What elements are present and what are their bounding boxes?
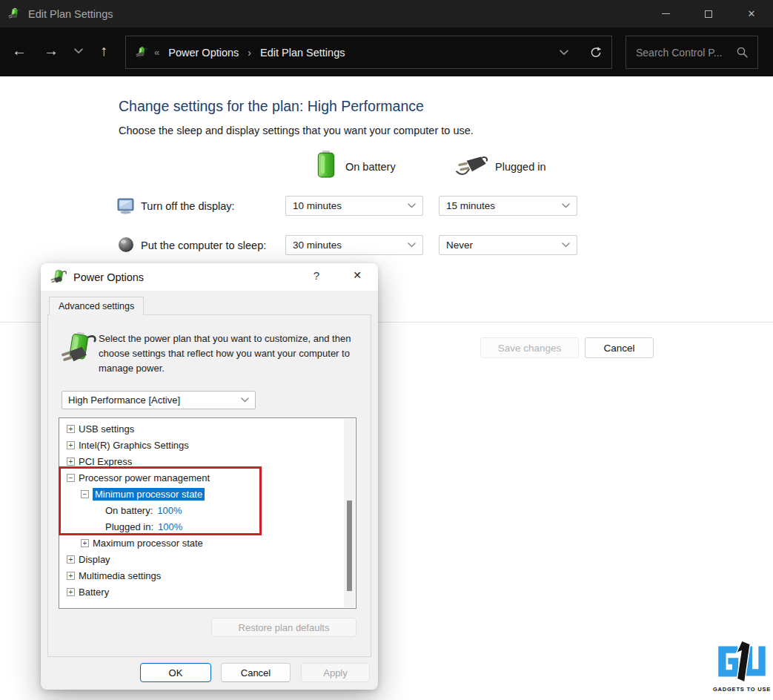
chevron-down-icon bbox=[241, 397, 249, 403]
tree-item-usb-settings[interactable]: + USB settings bbox=[59, 420, 356, 437]
address-battery-icon bbox=[136, 45, 147, 60]
plugged-in-value-link[interactable]: 100% bbox=[158, 521, 182, 532]
tree-item-multimedia-settings[interactable]: + Multimedia settings bbox=[59, 567, 356, 584]
advanced-settings-tree: + USB settings + Intel(R) Graphics Setti… bbox=[59, 417, 356, 609]
battery-plug-icon bbox=[8, 7, 21, 22]
restore-plan-defaults-button[interactable]: Restore plan defaults bbox=[211, 618, 356, 637]
collapse-icon[interactable]: − bbox=[67, 474, 75, 482]
search-placeholder: Search Control P... bbox=[636, 47, 722, 59]
window-title: Edit Plan Settings bbox=[28, 8, 113, 20]
dialog-title: Power Options bbox=[73, 271, 144, 283]
dialog-close-button[interactable]: ✕ bbox=[349, 269, 365, 285]
refresh-icon[interactable] bbox=[589, 46, 603, 59]
search-icon[interactable] bbox=[737, 47, 748, 58]
main-cancel-button[interactable]: Cancel bbox=[585, 337, 654, 358]
tree-scrollbar[interactable] bbox=[344, 419, 355, 607]
selected-tree-label: Minimum processor state bbox=[93, 488, 205, 501]
minimize-button[interactable] bbox=[644, 0, 687, 27]
power-options-dialog: Power Options ? ✕ Advanced settings Sele… bbox=[41, 263, 378, 690]
dialog-cancel-button[interactable]: Cancel bbox=[221, 663, 291, 682]
expand-icon[interactable]: + bbox=[67, 588, 75, 596]
save-changes-button[interactable]: Save changes bbox=[480, 337, 579, 358]
breadcrumb-edit-plan-settings[interactable]: Edit Plan Settings bbox=[260, 47, 345, 59]
chevron-down-icon bbox=[562, 203, 570, 208]
tree-setting-plugged-in: Plugged in: 100% bbox=[59, 518, 356, 535]
page-subtitle: Choose the sleep and display settings th… bbox=[119, 125, 474, 136]
battery-plug-icon bbox=[61, 330, 96, 369]
apply-button[interactable]: Apply bbox=[301, 663, 370, 682]
expand-icon[interactable]: + bbox=[81, 539, 89, 547]
up-icon[interactable]: ↑ bbox=[100, 43, 107, 58]
breadcrumb-separator: › bbox=[248, 47, 251, 59]
breadcrumb-power-options[interactable]: Power Options bbox=[168, 47, 239, 59]
tree-item-minimum-processor-state[interactable]: − Minimum processor state bbox=[59, 486, 356, 502]
tree-item-intel-graphics[interactable]: + Intel(R) Graphics Settings bbox=[59, 437, 356, 453]
back-icon[interactable]: ← bbox=[12, 43, 27, 58]
gadgets-to-use-watermark: GADGETS TO USE bbox=[712, 641, 772, 694]
watermark-caption: GADGETS TO USE bbox=[712, 686, 772, 693]
turn-off-display-label: Turn off the display: bbox=[141, 200, 235, 212]
window-titlebar: Edit Plan Settings ✕ bbox=[0, 0, 773, 27]
on-battery-icon bbox=[317, 151, 335, 178]
sleep-on-battery-select[interactable]: 30 minutes bbox=[285, 235, 423, 255]
tree-setting-on-battery: On battery: 100% bbox=[59, 502, 356, 518]
page-title: Change settings for the plan: High Perfo… bbox=[119, 98, 424, 115]
battery-plug-icon bbox=[50, 268, 67, 286]
maximize-button[interactable] bbox=[687, 0, 730, 27]
breadcrumb-overflow[interactable]: « bbox=[154, 47, 159, 58]
sleep-plugged-in-select[interactable]: Never bbox=[439, 235, 577, 255]
expand-icon[interactable]: + bbox=[67, 441, 75, 449]
expand-icon[interactable]: + bbox=[67, 425, 75, 433]
address-bar[interactable]: « Power Options › Edit Plan Settings bbox=[125, 36, 612, 69]
forward-icon[interactable]: → bbox=[44, 43, 59, 58]
search-input[interactable]: Search Control P... bbox=[626, 36, 758, 69]
sleep-icon bbox=[118, 237, 134, 253]
edit-plan-settings-window: Edit Plan Settings ✕ ← → ↑ « Power Optio… bbox=[0, 0, 773, 700]
chevron-down-icon bbox=[408, 203, 416, 208]
gu-logo-icon bbox=[715, 641, 769, 682]
display-on-battery-select[interactable]: 10 minutes bbox=[285, 196, 423, 216]
tree-item-battery[interactable]: + Battery bbox=[59, 584, 356, 600]
scrollbar-thumb[interactable] bbox=[347, 501, 352, 591]
tab-advanced-settings[interactable]: Advanced settings bbox=[49, 297, 144, 315]
chevron-down-icon bbox=[562, 242, 570, 248]
expand-icon[interactable]: + bbox=[67, 572, 75, 580]
tree-item-display[interactable]: + Display bbox=[59, 551, 356, 567]
minimize-icon bbox=[662, 13, 670, 14]
on-battery-column-header: On battery bbox=[345, 161, 396, 173]
plugged-in-column-header: Plugged in bbox=[495, 161, 546, 173]
display-icon bbox=[117, 197, 134, 214]
maximize-icon bbox=[705, 10, 712, 18]
display-plugged-in-select[interactable]: 15 minutes bbox=[439, 196, 577, 216]
chevron-down-icon bbox=[408, 242, 416, 248]
tree-item-pci-express[interactable]: + PCI Express bbox=[59, 453, 356, 469]
dialog-description: Select the power plan that you want to c… bbox=[99, 331, 356, 376]
expand-icon[interactable]: + bbox=[67, 458, 75, 466]
help-button[interactable]: ? bbox=[308, 269, 325, 285]
navigation-bar: ← → ↑ « Power Options › Edit Plan Settin… bbox=[0, 27, 773, 76]
dialog-titlebar: Power Options bbox=[41, 263, 378, 291]
address-dropdown-chevron-icon[interactable] bbox=[560, 50, 568, 56]
sleep-label: Put the computer to sleep: bbox=[141, 240, 266, 251]
expand-icon[interactable]: + bbox=[67, 555, 75, 564]
tree-item-processor-power-management[interactable]: − Processor power management bbox=[59, 469, 356, 486]
recent-pages-chevron-icon[interactable] bbox=[74, 48, 83, 54]
close-button[interactable]: ✕ bbox=[730, 0, 773, 27]
power-plan-select[interactable]: High Performance [Active] bbox=[62, 391, 256, 409]
collapse-icon[interactable]: − bbox=[81, 490, 89, 498]
plugged-in-icon bbox=[455, 156, 489, 176]
on-battery-value-link[interactable]: 100% bbox=[157, 505, 182, 516]
ok-button[interactable]: OK bbox=[140, 663, 211, 682]
tree-item-maximum-processor-state[interactable]: + Maximum processor state bbox=[59, 535, 356, 551]
